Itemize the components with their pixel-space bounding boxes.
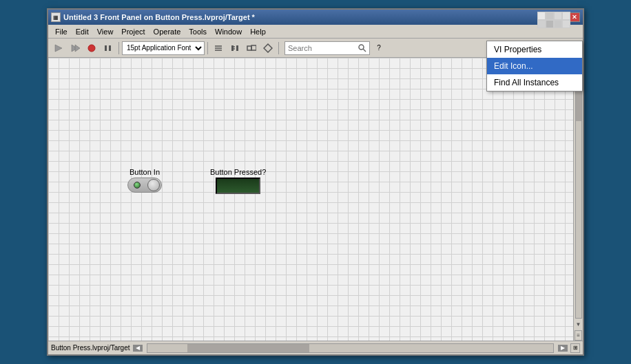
vi-icon-grid[interactable]	[537, 12, 570, 28]
menu-bar: File Edit View Project Operate Tools Win…	[48, 25, 583, 39]
toolbar-separator-3	[278, 42, 279, 54]
status-text: Button Press.lvproj/Target	[51, 344, 130, 352]
search-container	[285, 41, 370, 55]
menu-window[interactable]: Window	[211, 26, 246, 37]
title-bar: ▦ Untitled 3 Front Panel on Button Press…	[48, 10, 583, 25]
svg-marker-0	[55, 45, 62, 52]
button-pressed-indicator	[216, 178, 260, 194]
main-window: ▦ Untitled 3 Front Panel on Button Press…	[47, 8, 584, 356]
svg-marker-14	[264, 44, 272, 52]
svg-rect-5	[109, 45, 111, 51]
context-menu-edit-icon[interactable]: Edit Icon...	[487, 58, 582, 74]
svg-rect-13	[251, 45, 256, 50]
svg-rect-12	[247, 46, 251, 50]
window-title: Untitled 3 Front Panel on Button Press.l…	[63, 13, 541, 21]
menu-file[interactable]: File	[51, 26, 72, 37]
button-in-toggle[interactable]	[127, 178, 162, 193]
menu-help[interactable]: Help	[246, 26, 270, 37]
pause-button[interactable]	[101, 41, 116, 56]
button-pressed-label: Button Pressed?	[210, 168, 266, 176]
context-menu: VI Properties Edit Icon... Find All Inst…	[486, 41, 583, 92]
button-in-control: Button In	[127, 168, 162, 193]
reorder-button[interactable]	[260, 41, 276, 56]
run-continuously-button[interactable]	[68, 41, 83, 56]
status-bar: Button Press.lvproj/Target ◀ ▶ ⊞	[48, 341, 583, 354]
svg-rect-4	[105, 45, 107, 51]
toolbar-separator-2	[207, 42, 208, 54]
svg-rect-10	[236, 45, 238, 51]
scroll-left-btn[interactable]: ◀	[133, 345, 143, 352]
scroll-right-btn[interactable]: ▶	[558, 345, 568, 352]
window-icon: ▦	[51, 12, 61, 22]
search-input[interactable]	[288, 44, 357, 52]
button-pressed-control: Button Pressed?	[210, 168, 266, 194]
toggle-led	[134, 182, 141, 189]
menu-operate[interactable]: Operate	[149, 26, 185, 37]
abort-button[interactable]	[84, 41, 99, 56]
menu-project[interactable]: Project	[117, 26, 149, 37]
run-button[interactable]	[51, 41, 66, 56]
font-selector[interactable]: 15pt Application Font	[122, 41, 205, 55]
menu-view[interactable]: View	[93, 26, 118, 37]
menu-edit[interactable]: Edit	[72, 26, 93, 37]
vi-icon-area	[537, 12, 572, 28]
vertical-scrollbar[interactable]	[575, 71, 582, 319]
right-panel: ▲ ▼ ≡	[573, 58, 583, 341]
help-button[interactable]: ?	[371, 41, 386, 56]
main-content: Button In Button Pressed? ▲ ▼ ≡	[48, 58, 583, 341]
scroll-down-button[interactable]: ▼	[575, 320, 583, 329]
align-button[interactable]	[211, 41, 226, 56]
distribute-button[interactable]	[227, 41, 242, 56]
svg-rect-9	[231, 45, 234, 51]
svg-point-15	[359, 45, 364, 50]
resize-grip[interactable]: ≡	[575, 330, 582, 341]
scroll-thumb-h	[187, 344, 309, 352]
toolbar-separator-1	[118, 42, 119, 54]
canvas-area[interactable]: Button In Button Pressed?	[48, 58, 573, 341]
resize-button[interactable]	[244, 41, 259, 56]
button-in-label: Button In	[130, 168, 160, 176]
context-menu-vi-properties[interactable]: VI Properties	[487, 41, 582, 58]
svg-marker-2	[75, 45, 80, 52]
svg-point-3	[88, 45, 95, 52]
context-menu-find-all-instances[interactable]: Find All Instances	[487, 74, 582, 91]
svg-line-16	[363, 49, 366, 52]
horizontal-scrollbar[interactable]	[147, 343, 555, 353]
search-icon	[358, 44, 366, 52]
toggle-knob	[147, 179, 160, 191]
menu-tools[interactable]: Tools	[185, 26, 211, 37]
resize-corner: ⊞	[570, 343, 580, 353]
